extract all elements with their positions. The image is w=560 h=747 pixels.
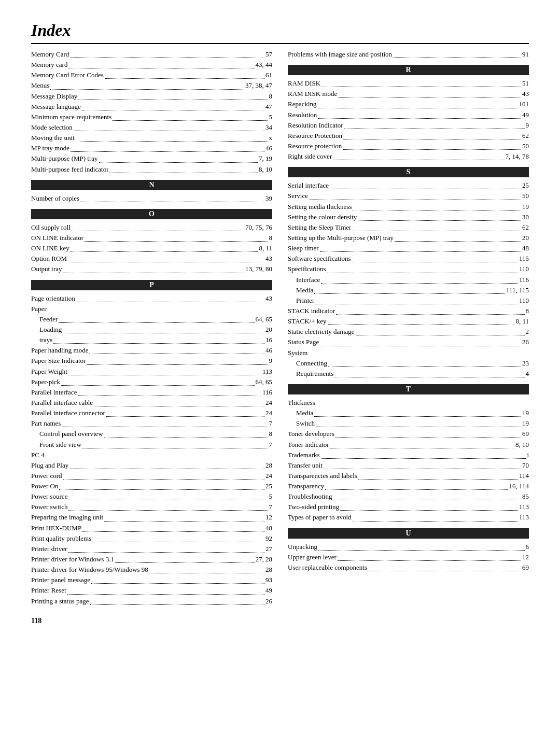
index-entry: Printer driver for Windows 95/Windows 98… — [31, 565, 272, 575]
entry-dots — [68, 60, 254, 68]
entry-page: 13, 79, 80 — [245, 264, 272, 274]
entry-dots — [71, 243, 258, 252]
entry-label: Resource protection — [288, 141, 342, 151]
entry-label: Upper green lever — [288, 552, 337, 562]
entry-dots — [335, 429, 521, 438]
entry-label: Memory card — [31, 60, 67, 70]
index-entry: Printer Reset49 — [31, 585, 272, 596]
index-entry: Paper handling mode46 — [31, 345, 272, 356]
index-entry: Status Page26 — [288, 337, 529, 347]
index-entry: Memory card43, 44 — [31, 60, 272, 70]
entry-label: Moving the unit — [31, 133, 75, 143]
entry-label: Option ROM — [31, 253, 67, 264]
entry-page: 27 — [265, 544, 272, 554]
index-entry-label: System — [288, 348, 529, 358]
index-entry: Transfer unit70 — [288, 460, 529, 471]
entry-label: Unpacking — [288, 542, 317, 552]
index-entry: Power cord24 — [31, 471, 272, 481]
section-r-entries: RAM DISK51RAM DISK mode43Repacking101Res… — [288, 78, 529, 162]
entry-label: Parallel interface — [31, 387, 77, 398]
entry-dots — [358, 212, 521, 221]
index-entry: RAM DISK mode43 — [288, 89, 529, 99]
entry-dots — [321, 78, 521, 87]
entry-page: 5 — [269, 491, 273, 502]
index-entry: Media19 — [288, 408, 529, 418]
index-entry: Output tray13, 79, 80 — [31, 264, 272, 274]
entry-page: 19 — [522, 408, 529, 418]
entry-page: 116 — [262, 387, 272, 398]
entry-label: Setting the Sleep Timer — [288, 222, 351, 233]
entry-dots — [53, 335, 264, 344]
index-entry: Number of copies39 — [31, 193, 272, 204]
entry-dots — [321, 450, 526, 459]
entry-dots — [318, 110, 521, 119]
entry-label: STACK/+ key — [288, 316, 327, 327]
entry-label: Plug and Play — [31, 460, 68, 471]
entry-page: 47 — [265, 102, 272, 112]
index-entry: Power On25 — [31, 481, 272, 491]
entry-page: 43, 44 — [256, 60, 273, 70]
entry-page: 113 — [519, 502, 529, 512]
entry-label: Setting up the Multi-purpose (MP) tray — [288, 233, 394, 243]
entry-label: Output tray — [31, 264, 62, 274]
entry-page: 49 — [265, 585, 272, 596]
entry-label: Setting the colour density — [288, 212, 357, 222]
entry-page: 69 — [522, 429, 529, 439]
section-header-n: N — [31, 180, 272, 190]
entry-dots — [76, 293, 264, 302]
index-entry: Menus37, 38, 47 — [31, 80, 272, 91]
entry-label: Memory Card — [31, 49, 69, 60]
index-entry: Paper Weight113 — [31, 367, 272, 377]
entry-page: 16 — [265, 335, 272, 345]
entry-dots — [68, 367, 261, 375]
entry-label: Status Page — [288, 337, 319, 347]
page-number: 118 — [31, 617, 529, 625]
entry-page: 20 — [265, 325, 272, 335]
entry-label: User replaceable components — [288, 562, 367, 573]
entry-dots — [104, 512, 264, 521]
index-entry: Serial interface25 — [288, 180, 529, 191]
entry-page: 20 — [522, 233, 529, 243]
index-entry: Right side cover7, 14, 78 — [288, 151, 529, 162]
entry-label: Printer — [296, 295, 314, 306]
index-entry-label: PC 4 — [31, 450, 272, 460]
entry-page: 24 — [265, 471, 272, 481]
entry-page: 113 — [519, 512, 529, 523]
entry-dots — [85, 233, 268, 242]
entry-page: 49 — [522, 110, 529, 120]
entry-page: 23 — [522, 358, 529, 369]
entry-label: ON LINE key — [31, 243, 69, 253]
entry-dots — [353, 202, 521, 210]
index-entry: Resource protection50 — [288, 141, 529, 151]
entry-dots — [106, 408, 264, 417]
section-t-entries: ThicknessMedia19Switch19Toner developers… — [288, 398, 529, 523]
section-u-entries: Unpacking6Upper green lever12User replac… — [288, 542, 529, 573]
entry-dots — [82, 523, 264, 532]
entry-page: 62 — [522, 222, 529, 233]
entry-dots — [91, 575, 264, 584]
index-entry: Static electricity damage2 — [288, 327, 529, 337]
entry-page: 4 — [526, 369, 529, 379]
entry-dots — [78, 387, 261, 396]
entry-dots — [89, 345, 264, 354]
entry-page: 51 — [522, 78, 529, 89]
entry-page: 8, 10 — [259, 164, 272, 175]
entry-label: STACK indicator — [288, 306, 335, 316]
entry-label: Part names — [31, 418, 61, 429]
entry-label: Front side view — [39, 440, 81, 450]
entry-page: 111, 115 — [506, 285, 529, 295]
entry-dots — [82, 440, 268, 448]
entry-dots — [327, 264, 518, 273]
index-entry: Service50 — [288, 191, 529, 201]
entry-page: 8, 10 — [515, 440, 529, 450]
entry-label: Printing a status page — [31, 596, 89, 607]
index-entry: Multi-purpose (MP) tray7, 19 — [31, 153, 272, 164]
entry-dots — [352, 222, 521, 231]
entry-page: 46 — [265, 345, 272, 356]
entry-label: Printer driver — [31, 544, 67, 554]
entry-dots — [320, 243, 521, 252]
entry-label: RAM DISK mode — [288, 89, 337, 99]
index-entry: Repacking101 — [288, 99, 529, 109]
index-entry: Preparing the imaging unit12 — [31, 512, 272, 523]
entry-label: Minimum space requirements — [31, 112, 111, 122]
